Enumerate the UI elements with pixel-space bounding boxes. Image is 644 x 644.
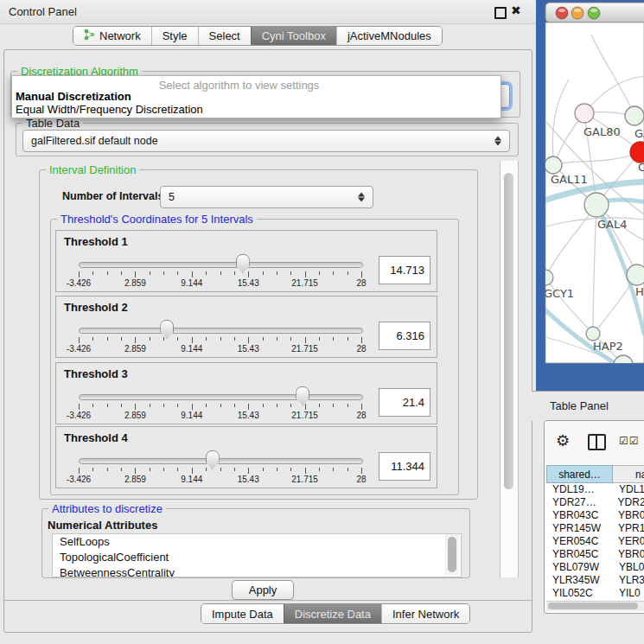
slider-thumb[interactable] xyxy=(206,450,220,469)
tab-label: jActiveMNodules xyxy=(348,29,431,42)
slider-thumb[interactable] xyxy=(160,320,174,339)
table-row[interactable]: YER054CYER0 xyxy=(546,535,644,548)
slider-tick xyxy=(348,271,348,275)
threshold-value-field[interactable]: 6.316 xyxy=(379,322,430,350)
cell-name[interactable]: YBL0 xyxy=(615,561,644,574)
attribute-list-item[interactable]: BetweennessCentrality xyxy=(53,565,461,577)
node-label: GA xyxy=(634,127,644,140)
columns-icon[interactable] xyxy=(588,434,606,450)
num-intervals-combo[interactable]: 5 xyxy=(160,186,373,208)
table-toolbar: ⚙ ☑☑ xyxy=(545,421,644,464)
cell-shared-name[interactable]: YER054C xyxy=(546,535,614,548)
cell-name[interactable]: YIL0 xyxy=(615,587,641,600)
threshold-value-field[interactable]: 21.4 xyxy=(379,388,430,417)
table-row[interactable]: YBR045CYBR0 xyxy=(546,548,644,561)
slider-tick xyxy=(192,337,193,343)
table-row[interactable]: YBR043CYBR0 xyxy=(546,509,644,522)
attribute-list-item[interactable]: SelfLoops xyxy=(53,534,461,550)
cell-name[interactable]: YDL1 xyxy=(615,483,644,496)
slider-tick xyxy=(305,468,306,474)
slider-tick xyxy=(206,271,207,275)
threshold-value-field[interactable]: 11.344 xyxy=(379,452,430,481)
button-highlight xyxy=(574,9,581,12)
table-row[interactable]: YPR145WYPR1 xyxy=(546,522,644,535)
cell-shared-name[interactable]: YPR145W xyxy=(546,522,614,535)
attributes-scrollbar[interactable] xyxy=(445,534,459,575)
panel-scrollbar-thumb[interactable] xyxy=(504,173,513,489)
table-horizontal-scrollbar-thumb[interactable] xyxy=(548,603,638,609)
slider-thumb[interactable] xyxy=(296,386,309,405)
cell-name[interactable]: YLR3 xyxy=(615,574,644,587)
cell-shared-name[interactable]: YBL079W xyxy=(546,561,615,574)
column-header-shared-name[interactable]: shared… xyxy=(546,465,613,483)
cell-name[interactable]: YBR0 xyxy=(614,548,644,561)
gear-icon[interactable]: ⚙ xyxy=(556,431,570,450)
slider-tick-label: 15.43 xyxy=(238,278,259,288)
table-row[interactable]: YBL079WYBL0 xyxy=(546,561,644,574)
table-row[interactable]: YDR27…YDR2 xyxy=(546,496,644,509)
slider-track[interactable] xyxy=(79,394,363,400)
slider-tick xyxy=(248,337,249,343)
cell-shared-name[interactable]: YDR27… xyxy=(546,496,614,509)
table-row[interactable]: YDL19…YDL1 xyxy=(546,483,644,496)
tab-discretize-data[interactable]: Discretize Data xyxy=(284,604,381,623)
slider-track[interactable] xyxy=(79,458,363,464)
close-icon[interactable]: ✖ xyxy=(511,3,521,17)
slider-tick xyxy=(305,404,306,410)
network-node[interactable] xyxy=(627,265,644,285)
tab-jactivemnodules[interactable]: jActiveMNodules xyxy=(336,27,442,45)
slider-tick xyxy=(92,468,93,471)
tab-style[interactable]: Style xyxy=(151,27,198,45)
dropdown-option-equal-width[interactable]: Equal Width/Frequency Discretization xyxy=(16,103,203,116)
network-node[interactable] xyxy=(625,106,644,125)
tab-select[interactable]: Select xyxy=(198,27,251,45)
network-node[interactable] xyxy=(584,193,609,217)
cell-name[interactable]: YDR2 xyxy=(614,496,644,509)
slider-track[interactable] xyxy=(79,328,363,334)
table-body[interactable]: YDL19…YDL1YDR27…YDR2YBR043CYBR0YPR145WYP… xyxy=(546,483,644,601)
slider-tick xyxy=(263,468,264,471)
dropdown-option-manual[interactable]: Manual Discretization xyxy=(16,90,131,103)
slider-thumb[interactable] xyxy=(236,254,250,273)
float-panel-icon[interactable] xyxy=(494,7,507,19)
cell-shared-name[interactable]: YBR045C xyxy=(546,548,614,561)
threshold-3-row: Threshold 3 -3.4262.8599.14415.4321.7152… xyxy=(55,362,437,424)
cell-shared-name[interactable]: YBR043C xyxy=(546,509,614,522)
panel-scrollbar[interactable] xyxy=(500,161,519,577)
table-data-combo[interactable]: galFiltered.sif default node xyxy=(22,130,510,152)
network-view[interactable]: GAL80GACGAL11GAL4GCY1HHAP2 xyxy=(536,0,644,393)
slider-tick xyxy=(263,337,264,341)
table-row[interactable]: YIL052CYIL0 xyxy=(546,587,644,600)
network-node[interactable] xyxy=(575,104,594,123)
slider-tick xyxy=(150,404,150,407)
threshold-value-field[interactable]: 14.713 xyxy=(379,256,430,284)
tab-cyni-toolbox[interactable]: Cyni Toolbox xyxy=(251,27,336,45)
cell-name[interactable]: YPR1 xyxy=(614,522,644,535)
slider-tick-label: 28 xyxy=(356,278,366,288)
tab-label: Discretize Data xyxy=(295,608,371,621)
network-node[interactable] xyxy=(586,327,600,341)
slider-tick xyxy=(361,404,362,410)
table-horizontal-scrollbar[interactable] xyxy=(546,601,644,611)
cell-shared-name[interactable]: YLR345W xyxy=(546,574,615,587)
slider-tick xyxy=(163,468,164,471)
column-header-name[interactable]: na xyxy=(613,465,644,483)
select-columns-icon[interactable]: ☑☑ xyxy=(619,435,640,447)
apply-button[interactable]: Apply xyxy=(232,580,294,600)
numerical-attributes-list[interactable]: SelfLoopsTopologicalCoefficientBetweenne… xyxy=(52,533,462,577)
tab-network[interactable]: Network xyxy=(73,27,151,45)
cell-shared-name[interactable]: YDL19… xyxy=(546,483,615,496)
table-row[interactable]: YLR345WYLR3 xyxy=(546,574,644,587)
slider-tick xyxy=(277,271,277,275)
slider-tick xyxy=(79,337,80,343)
attribute-list-item[interactable]: TopologicalCoefficient xyxy=(53,550,461,565)
tab-infer-network[interactable]: Infer Network xyxy=(381,604,469,623)
network-node[interactable] xyxy=(545,156,562,174)
slider-tick xyxy=(277,468,277,471)
slider-track[interactable] xyxy=(79,262,363,268)
cell-shared-name[interactable]: YIL052C xyxy=(546,587,615,600)
cell-name[interactable]: YBR0 xyxy=(614,509,644,522)
cell-name[interactable]: YER0 xyxy=(614,535,644,548)
attributes-scrollbar-thumb[interactable] xyxy=(448,537,456,572)
tab-impute-data[interactable]: Impute Data xyxy=(201,604,284,623)
